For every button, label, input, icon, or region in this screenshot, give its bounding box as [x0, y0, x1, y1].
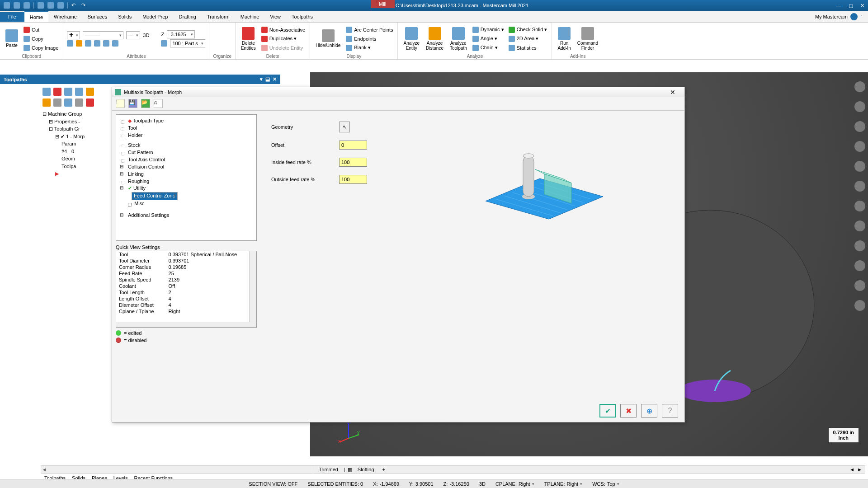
tree-item-collision[interactable]: Collision Control: [119, 164, 254, 171]
chain-button[interactable]: Chain ▾: [472, 44, 505, 52]
line-weight-select[interactable]: —: [126, 31, 140, 39]
status-mode[interactable]: 3D: [479, 481, 486, 487]
qvs-scrollbar-h[interactable]: [116, 322, 256, 327]
panel-pin-icon[interactable]: ⬓: [265, 76, 270, 82]
level-icon[interactable]: [161, 40, 167, 47]
attr-icon-2[interactable]: [76, 40, 82, 47]
tab-surfaces[interactable]: Surfaces: [82, 12, 113, 22]
panel-dropdown-icon[interactable]: ▾: [260, 76, 263, 82]
vp-tool-2-icon[interactable]: [854, 101, 865, 112]
attr-icon-5[interactable]: [103, 40, 109, 47]
point-style-select[interactable]: ✚: [67, 31, 80, 39]
tree-item-roughing[interactable]: Roughing: [119, 178, 254, 185]
dlg-tool-1-icon[interactable]: !: [116, 99, 125, 108]
dialog-close-button[interactable]: ✕: [664, 89, 682, 96]
tab-machine[interactable]: Machine: [235, 12, 265, 22]
tree-node[interactable]: ⊟ Machine Group: [42, 110, 104, 118]
tree-node[interactable]: Param: [42, 140, 104, 148]
panel-close-icon[interactable]: ✕: [273, 76, 277, 82]
qvs-scrollbar-v[interactable]: [249, 251, 256, 322]
tree-item-utility[interactable]: ✔ Utility: [119, 185, 254, 192]
tp-tool-6-icon[interactable]: [42, 99, 51, 107]
tree-item-stock[interactable]: Stock: [119, 142, 254, 149]
analyze-entity-button[interactable]: Analyze Entity: [401, 25, 421, 52]
tp-tool-5-icon[interactable]: [86, 88, 94, 96]
tree-node[interactable]: ⊟ Toolpath Gr: [42, 125, 104, 133]
tree-item-tool[interactable]: Tool: [119, 125, 254, 132]
vp-tool-4-icon[interactable]: [854, 141, 865, 152]
cut-button[interactable]: Cut: [23, 26, 59, 34]
tab-wireframe[interactable]: Wireframe: [48, 12, 82, 22]
vp-tool-12-icon[interactable]: [854, 300, 865, 311]
cancel-button[interactable]: ✖: [620, 404, 637, 418]
tree-item-additional[interactable]: Additional Settings: [119, 212, 254, 219]
save-icon[interactable]: [14, 2, 20, 9]
tp-tool-3-icon[interactable]: [64, 88, 72, 96]
open-icon[interactable]: [24, 2, 30, 9]
tab-view[interactable]: View: [264, 12, 286, 22]
copy-image-button[interactable]: Copy Image: [23, 44, 59, 52]
tab-solids[interactable]: Solids: [113, 12, 137, 22]
context-tab-mill[interactable]: Mill: [371, 0, 395, 8]
attr-icon-4[interactable]: [94, 40, 100, 47]
duplicates-button[interactable]: Duplicates ▾: [260, 35, 306, 43]
line-style-select[interactable]: ———: [83, 31, 123, 39]
check-solid-button[interactable]: Check Solid ▾: [508, 26, 548, 34]
attr-icon-1[interactable]: [67, 40, 73, 47]
prev-view-icon[interactable]: ◄: [849, 467, 854, 472]
blank-button[interactable]: Blank ▾: [345, 44, 394, 52]
attr-icon-3[interactable]: [85, 40, 91, 47]
analyze-distance-button[interactable]: Analyze Distance: [424, 25, 445, 52]
apply-button[interactable]: ⊕: [641, 404, 657, 418]
tree-item-toolpath-type[interactable]: ◆ Toolpath Type: [119, 117, 254, 125]
my-mastercam-link[interactable]: My Mastercam: [815, 14, 848, 19]
minimize-button[interactable]: —: [836, 3, 841, 9]
tab-transform[interactable]: Transform: [202, 12, 235, 22]
tp-tool-7-icon[interactable]: [53, 99, 61, 107]
tp-tool-10-icon[interactable]: [86, 99, 94, 107]
tab-home[interactable]: Home: [24, 11, 48, 22]
tree-node[interactable]: Toolpa: [42, 163, 104, 170]
tab-model-prep[interactable]: Model Prep: [137, 12, 173, 22]
add-view-tab-button[interactable]: +: [380, 467, 388, 472]
undo-history-icon[interactable]: [47, 2, 54, 9]
new-file-icon[interactable]: [4, 2, 10, 9]
vp-tool-7-icon[interactable]: [854, 201, 865, 211]
tree-node[interactable]: ⊟ Properties -: [42, 118, 104, 126]
status-wcs[interactable]: Top: [607, 481, 615, 487]
endpoints-button[interactable]: Endpoints: [345, 35, 394, 43]
ribbon-collapse-icon[interactable]: ˄: [860, 14, 863, 19]
status-tplane[interactable]: Right: [567, 481, 579, 487]
maximize-button[interactable]: ▢: [849, 3, 853, 9]
ok-button[interactable]: ✔: [599, 404, 616, 418]
status-section-view[interactable]: SECTION VIEW: OFF: [249, 481, 297, 487]
tp-tool-8-icon[interactable]: [64, 99, 72, 107]
arc-center-button[interactable]: Arc Center Points: [345, 26, 394, 34]
offset-input[interactable]: [339, 141, 367, 150]
attr-icon-6[interactable]: [112, 40, 118, 47]
redo-icon[interactable]: ↷: [81, 2, 88, 9]
tree-node[interactable]: Geom: [42, 155, 104, 163]
vp-tool-5-icon[interactable]: [854, 161, 865, 172]
2d-area-button[interactable]: 2D Area ▾: [508, 35, 548, 43]
tp-tool-2-icon[interactable]: [53, 88, 61, 96]
angle-button[interactable]: Angle ▾: [472, 35, 505, 43]
toolpaths-tree[interactable]: ⊟ Machine Group ⊟ Properties - ⊟ Toolpat…: [41, 108, 106, 179]
tp-tool-4-icon[interactable]: [75, 88, 83, 96]
tab-toolpaths[interactable]: Toolpaths: [286, 12, 318, 22]
copy-button[interactable]: Copy: [23, 35, 59, 43]
user-avatar-icon[interactable]: [850, 13, 858, 20]
non-associative-button[interactable]: Non-Associative: [260, 26, 306, 34]
tree-item-holder[interactable]: Holder: [119, 132, 254, 139]
vp-tool-9-icon[interactable]: [854, 240, 865, 251]
dialog-category-tree[interactable]: ◆ Toolpath Type Tool Holder Stock Cut Pa…: [116, 114, 257, 241]
vp-tool-10-icon[interactable]: [854, 260, 865, 271]
undo-icon[interactable]: ↶: [71, 2, 78, 9]
dlg-tool-open-icon[interactable]: 📂: [141, 99, 150, 108]
undelete-entity-button[interactable]: Undelete Entity: [260, 44, 306, 52]
next-view-icon[interactable]: ►: [857, 467, 862, 472]
geometry-pick-button[interactable]: ↖: [339, 122, 350, 132]
paste-button[interactable]: Paste: [4, 28, 20, 50]
print-icon[interactable]: [38, 2, 44, 9]
vp-tool-6-icon[interactable]: [854, 181, 865, 192]
